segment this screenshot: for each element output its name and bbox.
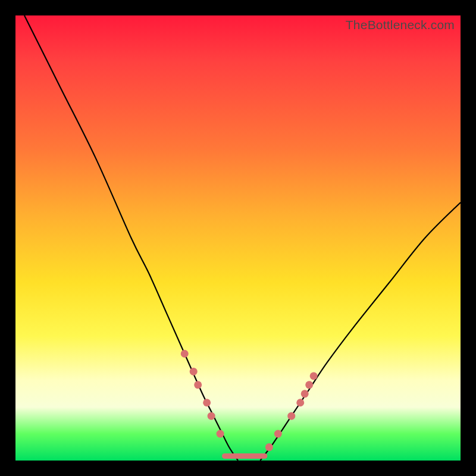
chart-outer-frame: TheBottleneck.com bbox=[0, 0, 476, 476]
data-marker bbox=[190, 368, 198, 375]
data-marker bbox=[287, 412, 295, 420]
data-marker bbox=[208, 412, 215, 420]
data-marker bbox=[181, 350, 189, 358]
right-curve bbox=[260, 202, 461, 461]
data-marker bbox=[296, 399, 304, 406]
data-marker bbox=[310, 372, 318, 380]
chart-svg bbox=[15, 15, 461, 461]
data-marker bbox=[217, 430, 224, 438]
data-marker bbox=[194, 381, 202, 389]
data-marker bbox=[305, 381, 313, 389]
data-marker bbox=[274, 430, 282, 438]
markers-right bbox=[265, 372, 318, 451]
left-curve bbox=[24, 15, 238, 461]
chart-plot-area: TheBottleneck.com bbox=[15, 15, 461, 461]
data-marker bbox=[265, 443, 273, 451]
data-marker bbox=[203, 399, 211, 406]
data-marker bbox=[301, 390, 309, 397]
